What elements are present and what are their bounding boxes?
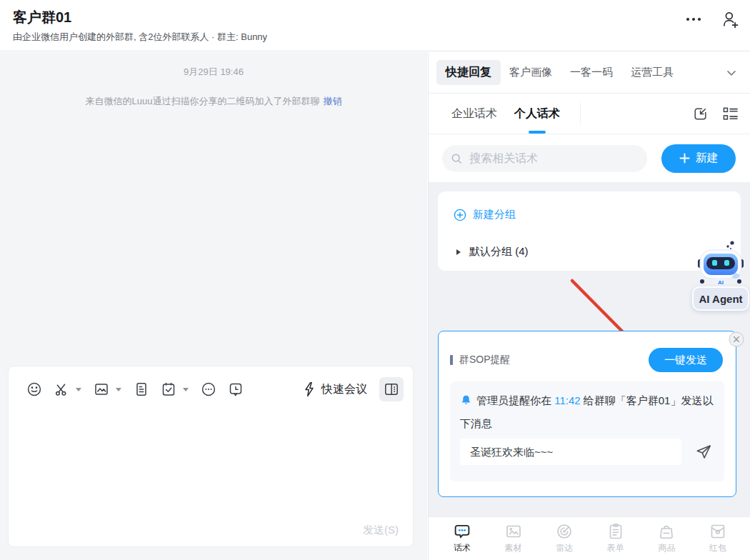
page-title: 客户群01	[13, 8, 71, 27]
plus-icon	[679, 153, 690, 164]
bottom-tab-forms[interactable]: 表单	[599, 523, 632, 560]
image-icon[interactable]	[93, 381, 110, 398]
revoke-link[interactable]: 撤销	[323, 96, 341, 106]
bottom-tab-goods[interactable]: 商品	[650, 523, 683, 560]
ai-badge-text: AI	[718, 279, 724, 286]
send-button[interactable]: 发送(S)	[363, 524, 399, 537]
group-subtitle: 由企业微信用户创建的外部群, 含2位外部联系人 · 群主: Bunny	[13, 31, 267, 44]
ai-agent-label[interactable]: AI Agent	[692, 286, 749, 311]
ai-agent-robot[interactable]: AI	[697, 239, 744, 288]
tab-operation-tools[interactable]: 运营工具	[631, 66, 674, 79]
one-click-send-button[interactable]: 一键发送	[649, 348, 723, 372]
reminder-prefix: 管理员提醒你在	[476, 394, 554, 406]
reminder-time: 11:42	[554, 394, 580, 406]
import-script-icon[interactable]	[692, 106, 708, 121]
sop-card-header: 群SOP提醒 一键发送	[439, 331, 736, 372]
search-row: 新建	[429, 134, 750, 182]
panel-bottom-tabs: 话术 素材 雷达 表单 商品	[429, 516, 750, 560]
red-packet-icon	[709, 523, 726, 540]
new-script-button[interactable]: 新建	[661, 144, 736, 173]
manage-list-icon[interactable]	[723, 106, 739, 121]
image-dropdown-caret[interactable]	[116, 388, 121, 391]
bottom-tab-label: 素材	[505, 542, 522, 554]
tab-one-customer-one-code[interactable]: 一客一码	[570, 66, 613, 79]
script-bubble-icon	[454, 523, 471, 540]
todo-dropdown-caret[interactable]	[183, 388, 189, 391]
new-group-label: 新建分组	[473, 208, 516, 221]
bottom-tab-label: 表单	[607, 542, 624, 554]
chevron-down-icon[interactable]	[724, 66, 739, 80]
expand-triangle-icon[interactable]	[456, 249, 461, 255]
panel-content: 新建分组 默认分组 (4)	[429, 182, 750, 516]
panel-tab-bar: 快捷回复 客户画像 一客一码 运营工具	[429, 52, 750, 94]
bottom-tab-label: 话术	[454, 542, 471, 554]
subtab-personal-scripts[interactable]: 个人话术	[514, 94, 560, 134]
header-actions	[684, 0, 740, 51]
sop-reminder-box: 管理员提醒你在 11:42 给群聊「客户群01」发送以下消息 圣诞狂欢来临~~~	[450, 381, 724, 481]
radar-icon	[556, 523, 573, 540]
screenshot-dropdown-caret[interactable]	[76, 388, 81, 391]
wecom-group-chat-window: 客户群01 由企业微信用户创建的外部群, 含2位外部联系人 · 群主: Bunn…	[0, 0, 750, 560]
sop-card-title: 群SOP提醒	[459, 354, 511, 366]
todo-check-icon[interactable]	[160, 381, 177, 398]
tab-customer-portrait[interactable]: 客户画像	[509, 66, 552, 79]
sop-message-row: 圣诞狂欢来临~~~	[460, 439, 715, 465]
group-default-label: 默认分组 (4)	[469, 245, 529, 259]
date-divider: 9月29日 19:46	[0, 66, 427, 79]
screenshot-scissors-icon[interactable]	[53, 381, 70, 398]
chat-history-icon[interactable]	[227, 381, 244, 398]
more-icon[interactable]	[684, 10, 703, 29]
side-panel-toggle[interactable]	[379, 377, 404, 401]
bottom-tab-red-packet[interactable]: 红包	[701, 523, 734, 560]
goods-bag-icon	[658, 523, 675, 540]
close-icon[interactable]	[729, 331, 744, 347]
system-message-text: 来自微信的Luuu通过扫描你分享的二维码加入了外部群聊	[86, 96, 320, 106]
bottom-tab-label: 红包	[709, 542, 726, 554]
send-plane-icon[interactable]	[694, 443, 713, 461]
message-composer[interactable]: 快速会议 发送(S)	[8, 366, 414, 547]
script-subtabs: 企业话术 个人话术	[429, 94, 750, 134]
sop-message-preview: 圣诞狂欢来临~~~	[460, 439, 681, 465]
new-group-button[interactable]: 新建分组	[454, 208, 516, 221]
file-icon[interactable]	[133, 381, 150, 398]
side-panel: 快捷回复 客户画像 一客一码 运营工具 企业话术 个人话术	[428, 52, 750, 560]
tab-quick-reply[interactable]: 快捷回复	[436, 60, 501, 85]
new-script-label: 新建	[696, 151, 719, 166]
search-input[interactable]	[468, 151, 639, 166]
material-photo-icon	[505, 523, 522, 540]
bottom-tab-radar[interactable]: 雷达	[548, 523, 581, 560]
title-bar-decoration	[450, 355, 453, 365]
search-box[interactable]	[442, 145, 647, 172]
header: 客户群01 由企业微信用户创建的外部群, 含2位外部联系人 · 群主: Bunn…	[0, 0, 750, 51]
bell-icon	[460, 392, 472, 413]
subtab-enterprise-scripts[interactable]: 企业话术	[451, 94, 497, 134]
bottom-tab-label: 商品	[658, 542, 675, 554]
search-icon	[451, 152, 462, 165]
bottom-tab-materials[interactable]: 素材	[497, 523, 530, 560]
quick-meeting-label: 快速会议	[321, 382, 367, 397]
group-default[interactable]: 默认分组 (4)	[456, 245, 529, 259]
add-member-icon[interactable]	[721, 10, 740, 29]
bottom-tab-label: 雷达	[556, 542, 573, 554]
composer-toolbar: 快速会议	[9, 366, 413, 401]
script-group-card: 新建分组 默认分组 (4)	[438, 191, 741, 271]
quick-meeting-button[interactable]: 快速会议	[302, 381, 367, 397]
chat-area: 9月29日 19:46 来自微信的Luuu通过扫描你分享的二维码加入了外部群聊撤…	[0, 52, 427, 560]
plus-circle-icon	[454, 209, 466, 221]
subtab-actions	[692, 106, 739, 121]
bottom-tab-scripts[interactable]: 话术	[446, 523, 479, 560]
emoji-icon[interactable]	[26, 381, 43, 398]
system-message: 来自微信的Luuu通过扫描你分享的二维码加入了外部群聊撤销	[0, 95, 427, 108]
group-sop-card: 群SOP提醒 一键发送 管理员提醒你在 11:42 给群聊「客户群01」发送以下…	[438, 331, 736, 497]
lightning-icon	[302, 381, 316, 397]
sop-reminder-text: 管理员提醒你在 11:42 给群聊「客户群01」发送以下消息	[460, 390, 715, 434]
more-tools-icon[interactable]	[200, 381, 217, 398]
form-clipboard-icon	[607, 523, 624, 540]
divider	[580, 103, 581, 125]
